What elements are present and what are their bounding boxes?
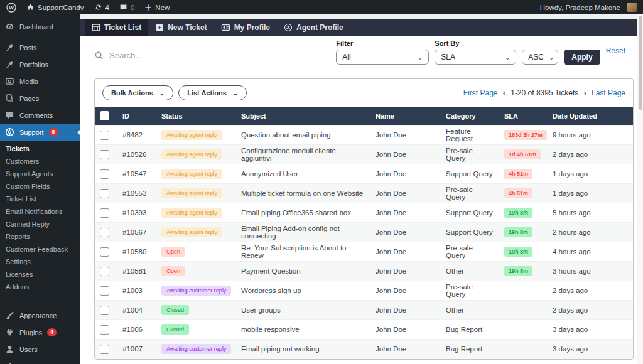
reset-link[interactable]: Reset bbox=[606, 46, 625, 55]
first-page-link[interactable]: First Page bbox=[463, 88, 498, 97]
ticket-id[interactable]: #10547 bbox=[117, 164, 156, 184]
submenu-item-addons[interactable]: Addons bbox=[0, 281, 80, 293]
ticket-row[interactable]: #10547 Awaiting agent reply Anonymized U… bbox=[95, 164, 633, 184]
submenu-item-custom-fields[interactable]: Custom Fields bbox=[0, 180, 80, 193]
submenu-item-email-notifications[interactable]: Email Notifications bbox=[0, 205, 80, 218]
tab-agent-profile[interactable]: Agent Profile bbox=[278, 19, 350, 36]
ticket-id[interactable]: #10553 bbox=[117, 184, 156, 203]
ticket-subject[interactable]: Configurazione moduli cliente aggiuntivi bbox=[236, 145, 370, 164]
sidebar-item-tools[interactable]: Tools bbox=[0, 358, 80, 364]
row-checkbox[interactable] bbox=[100, 247, 109, 257]
ticket-row[interactable]: #10393 Awaiting agent reply Email piping… bbox=[95, 203, 633, 223]
sidebar-item-support[interactable]: Support 8 bbox=[0, 124, 80, 141]
site-name-menu[interactable]: SupportCandy bbox=[26, 3, 84, 11]
submenu-item-settings[interactable]: Settings bbox=[0, 255, 80, 268]
submenu-item-canned-reply[interactable]: Canned Reply bbox=[0, 218, 80, 230]
ticket-row[interactable]: #10581 Open Payment Question John Doe Ot… bbox=[95, 262, 633, 281]
ticket-id[interactable]: #1003 bbox=[117, 281, 156, 301]
new-menu[interactable]: New bbox=[144, 4, 170, 11]
ticket-subject[interactable]: Email piping Office365 shared box bbox=[236, 203, 370, 223]
ticket-id[interactable]: #1004 bbox=[117, 301, 156, 320]
list-actions-button[interactable]: List Actions ⌄ bbox=[178, 85, 247, 100]
ticket-id[interactable]: #10393 bbox=[117, 203, 156, 223]
account-menu[interactable]: Howdy, Pradeep Makone bbox=[540, 3, 637, 12]
sidebar-item-comments[interactable]: Comments bbox=[0, 107, 80, 124]
row-checkbox[interactable] bbox=[100, 306, 109, 315]
sidebar-item-plugins[interactable]: Plugins 4 bbox=[0, 324, 80, 341]
ticket-id[interactable]: #8482 bbox=[117, 126, 156, 145]
select-all-checkbox[interactable] bbox=[100, 111, 109, 120]
ticket-id[interactable]: #10567 bbox=[117, 223, 156, 242]
column-header-date-updated[interactable]: Date Updated bbox=[548, 107, 633, 126]
tab-ticket-list[interactable]: Ticket List bbox=[85, 19, 148, 36]
sidebar-item-media[interactable]: Media bbox=[0, 73, 80, 90]
ticket-id[interactable]: #1006 bbox=[117, 320, 156, 340]
last-page-link[interactable]: Last Page bbox=[592, 88, 625, 97]
column-header-subject[interactable]: Subject bbox=[236, 107, 370, 126]
row-checkbox[interactable] bbox=[100, 150, 109, 159]
ticket-id[interactable]: #10580 bbox=[117, 242, 156, 262]
tab-new-ticket[interactable]: New Ticket bbox=[149, 19, 213, 36]
updates-menu[interactable]: 4 bbox=[94, 3, 109, 11]
ticket-row[interactable]: #1006 Closed mobile responsive John Doe … bbox=[95, 320, 633, 340]
scrollbar-thumb[interactable] bbox=[639, 16, 642, 110]
ticket-subject[interactable]: Multiple ticket formula on one Website bbox=[236, 184, 370, 203]
submenu-item-ticket-list[interactable]: Ticket List bbox=[0, 193, 80, 205]
row-checkbox[interactable] bbox=[100, 286, 109, 296]
ticket-row[interactable]: #10567 Awaiting agent reply Email Piping… bbox=[95, 223, 633, 242]
row-checkbox[interactable] bbox=[100, 208, 109, 218]
ticket-subject[interactable]: Email piping not working bbox=[236, 340, 370, 359]
ticket-id[interactable]: #10581 bbox=[117, 262, 156, 281]
row-checkbox[interactable] bbox=[100, 228, 109, 237]
row-checkbox[interactable] bbox=[100, 189, 109, 198]
submenu-item-tickets[interactable]: Tickets bbox=[0, 142, 80, 155]
ticket-subject[interactable]: User groups bbox=[236, 301, 370, 320]
next-page-icon[interactable]: › bbox=[583, 88, 586, 97]
wp-logo-menu[interactable]: W bbox=[6, 3, 16, 13]
prev-page-icon[interactable]: ‹ bbox=[503, 88, 506, 97]
sort-select[interactable]: SLA ⌄ bbox=[435, 50, 516, 65]
comments-menu[interactable]: 0 bbox=[119, 3, 134, 11]
submenu-item-licenses[interactable]: Licenses bbox=[0, 268, 80, 281]
column-header-name[interactable]: Name bbox=[370, 107, 441, 126]
sidebar-item-appearance[interactable]: Appearance bbox=[0, 307, 80, 324]
submenu-item-customers[interactable]: Customers bbox=[0, 155, 80, 168]
ticket-subject[interactable]: Wordpress sign up bbox=[236, 281, 370, 301]
ticket-row[interactable]: #10580 Open Re: Your Subscription is Abo… bbox=[95, 242, 633, 262]
bulk-actions-button[interactable]: Bulk Actions ⌄ bbox=[102, 85, 173, 100]
column-header-status[interactable]: Status bbox=[156, 107, 236, 126]
ticket-subject[interactable]: Anonymized User bbox=[236, 164, 370, 184]
filter-select[interactable]: All ⌄ bbox=[336, 50, 429, 65]
order-select[interactable]: ASC ⌄ bbox=[522, 50, 558, 65]
ticket-row[interactable]: #10553 Awaiting agent reply Multiple tic… bbox=[95, 184, 633, 203]
ticket-row[interactable]: #8482 Awaiting agent reply Question abou… bbox=[95, 126, 633, 145]
sidebar-item-dashboard[interactable]: Dashboard bbox=[0, 18, 80, 35]
ticket-id[interactable]: #10526 bbox=[117, 145, 156, 164]
row-checkbox[interactable] bbox=[100, 345, 109, 354]
ticket-id[interactable]: #1007 bbox=[117, 340, 156, 359]
row-checkbox[interactable] bbox=[100, 169, 109, 179]
column-header-id[interactable]: ID bbox=[117, 107, 156, 126]
ticket-subject[interactable]: mobile responsive bbox=[236, 320, 370, 340]
column-header-category[interactable]: Category bbox=[441, 107, 499, 126]
sidebar-item-portfolios[interactable]: Portfolios bbox=[0, 56, 80, 73]
submenu-item-reports[interactable]: Reports bbox=[0, 230, 80, 243]
ticket-subject[interactable]: Re: Your Subscription is About to Renew bbox=[236, 242, 370, 262]
sidebar-item-users[interactable]: Users bbox=[0, 341, 80, 358]
apply-button[interactable]: Apply bbox=[564, 50, 600, 65]
row-checkbox[interactable] bbox=[100, 131, 109, 140]
ticket-row[interactable]: #1003 Awaiting customer reply Wordpress … bbox=[95, 281, 633, 301]
submenu-item-customer-feedback[interactable]: Customer Feedback bbox=[0, 243, 80, 255]
tab-my-profile[interactable]: My Profile bbox=[215, 19, 276, 36]
row-checkbox[interactable] bbox=[100, 325, 109, 335]
submenu-item-support-agents[interactable]: Support Agents bbox=[0, 168, 80, 180]
ticket-subject[interactable]: Email Piping Add-on config not connectin… bbox=[236, 223, 370, 242]
sidebar-item-pages[interactable]: Pages bbox=[0, 90, 80, 107]
column-header-sla[interactable]: SLA bbox=[499, 107, 548, 126]
search-input[interactable] bbox=[109, 51, 247, 60]
row-checkbox[interactable] bbox=[100, 267, 109, 276]
ticket-row[interactable]: #1007 Awaiting customer reply Email pipi… bbox=[95, 340, 633, 359]
ticket-row[interactable]: #1004 Closed User groups John Doe Other … bbox=[95, 301, 633, 320]
page-scrollbar[interactable] bbox=[637, 14, 643, 364]
ticket-subject[interactable]: Payment Question bbox=[236, 262, 370, 281]
